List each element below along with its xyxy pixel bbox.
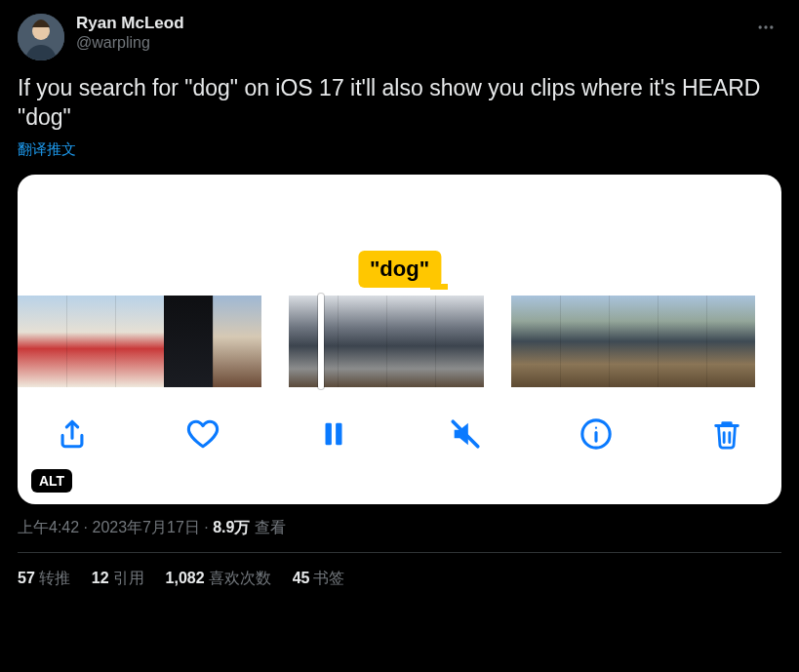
stats-row: 57转推 12引用 1,082喜欢次数 45书签	[18, 553, 781, 589]
svg-rect-5	[326, 422, 332, 445]
svg-point-2	[759, 25, 762, 28]
video-frame	[18, 296, 66, 387]
filmstrip[interactable]	[18, 296, 781, 387]
video-frame	[213, 296, 261, 387]
video-frame	[289, 296, 338, 387]
video-frame	[164, 296, 213, 387]
translate-link[interactable]: 翻译推文	[18, 140, 76, 159]
views-count: 8.9万	[213, 519, 250, 535]
likes-stat[interactable]: 1,082喜欢次数	[166, 569, 271, 589]
caption-indicator	[430, 284, 448, 290]
svg-point-10	[595, 426, 597, 428]
retweets-stat[interactable]: 57转推	[18, 569, 70, 589]
heart-icon[interactable]	[183, 415, 222, 454]
info-icon[interactable]	[577, 415, 616, 454]
mute-icon[interactable]	[446, 415, 485, 454]
tweet-header: Ryan McLeod @warpling	[18, 14, 781, 60]
avatar[interactable]	[18, 14, 64, 60]
bookmarks-stat[interactable]: 45书签	[293, 569, 345, 589]
svg-point-4	[770, 25, 773, 28]
media-card[interactable]: "dog"	[18, 175, 781, 504]
clip-group[interactable]	[511, 296, 755, 387]
video-frame	[560, 296, 609, 387]
more-icon[interactable]	[750, 14, 781, 46]
tweet-container: Ryan McLeod @warpling If you search for …	[0, 0, 799, 589]
video-frame	[706, 296, 755, 387]
clip-group[interactable]	[18, 296, 261, 387]
video-frame	[386, 296, 435, 387]
svg-rect-6	[337, 422, 342, 445]
media-toolbar	[18, 407, 781, 461]
quotes-stat[interactable]: 12引用	[92, 569, 144, 589]
author-name-block[interactable]: Ryan McLeod @warpling	[76, 14, 184, 53]
video-frame	[115, 296, 164, 387]
video-frame	[609, 296, 658, 387]
tweet-text: If you search for "dog" on iOS 17 it'll …	[18, 74, 781, 133]
timestamp[interactable]: 上午4:42	[18, 519, 79, 535]
user-handle: @warpling	[76, 33, 184, 52]
caption-tag: "dog"	[358, 251, 441, 288]
video-frame	[66, 296, 115, 387]
pause-icon[interactable]	[314, 415, 353, 454]
share-icon[interactable]	[53, 415, 92, 454]
date[interactable]: 2023年7月17日	[92, 519, 199, 535]
svg-point-3	[764, 25, 767, 28]
playhead[interactable]	[318, 294, 324, 389]
trash-icon[interactable]	[707, 415, 746, 454]
video-frame	[658, 296, 706, 387]
video-frame	[338, 296, 386, 387]
views-label: 查看	[250, 519, 285, 535]
video-frame	[511, 296, 560, 387]
display-name: Ryan McLeod	[76, 14, 184, 33]
video-frame	[435, 296, 484, 387]
meta-row: 上午4:42 · 2023年7月17日 · 8.9万 查看	[18, 518, 781, 538]
alt-badge[interactable]: ALT	[31, 469, 72, 493]
